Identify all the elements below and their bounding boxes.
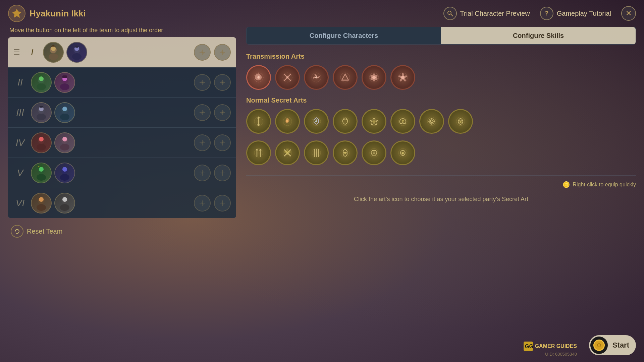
team-numeral-4: IV <box>13 137 27 148</box>
add-character-btn-2a[interactable] <box>194 74 211 91</box>
close-icon: ✕ <box>626 9 632 18</box>
svg-point-164 <box>402 153 404 154</box>
normal-skill-10[interactable] <box>275 140 300 165</box>
svg-point-125 <box>257 124 260 126</box>
character-avatar-6-2[interactable] <box>54 193 75 214</box>
add-character-btn-5b[interactable] <box>214 165 231 181</box>
svg-point-20 <box>37 83 46 90</box>
add-character-btn-3b[interactable] <box>214 104 231 121</box>
normal-skill-7[interactable] <box>419 109 444 134</box>
normal-skill-2[interactable] <box>275 109 300 134</box>
transmission-skill-3[interactable] <box>304 65 329 90</box>
transmission-skill-2[interactable] <box>275 65 300 90</box>
add-character-btn-1b[interactable] <box>214 44 231 61</box>
character-slots-5 <box>31 163 190 183</box>
character-avatar-1-2[interactable] <box>66 42 87 63</box>
svg-point-82 <box>39 197 44 202</box>
character-avatar-4-2[interactable] <box>54 132 75 153</box>
drag-handle-icon[interactable]: ☰ <box>13 48 20 57</box>
svg-point-24 <box>60 83 69 90</box>
transmission-skill-6[interactable] <box>390 65 415 90</box>
gameplay-tutorial-button[interactable]: ? Gameplay Tutorial <box>540 7 611 20</box>
instruction-text: Move the button on the left of the team … <box>8 27 236 34</box>
team-row-4: IV <box>8 128 236 158</box>
team-row-3: III <box>8 98 236 128</box>
normal-skill-12[interactable] <box>333 140 358 165</box>
normal-skill-1[interactable] <box>246 109 271 134</box>
normal-skill-8[interactable] <box>448 109 473 134</box>
svg-point-128 <box>315 120 317 122</box>
normal-skill-11[interactable] <box>304 140 329 165</box>
normal-skills-row1 <box>246 109 636 134</box>
bottom-left: Reset Team <box>8 218 236 238</box>
reset-team-label: Reset Team <box>27 228 62 235</box>
add-character-btn-5a[interactable] <box>194 165 211 181</box>
team-row-6: VI <box>8 188 236 218</box>
normal-skill-4[interactable] <box>333 109 358 134</box>
team-numeral-3: III <box>13 107 27 118</box>
bottom-hint: Click the art's icon to choose it as you… <box>246 196 636 203</box>
content-area: Move the button on the left of the team … <box>0 27 644 362</box>
add-character-btn-4b[interactable] <box>214 134 231 151</box>
normal-skill-3[interactable] <box>304 109 329 134</box>
top-bar: Hyakunin Ikki Trial Character Preview ? … <box>0 0 644 27</box>
normal-skill-13[interactable] <box>362 140 386 165</box>
normal-skill-6[interactable] <box>390 109 415 134</box>
character-avatar-5-1[interactable] <box>31 163 52 183</box>
reset-team-button[interactable]: Reset Team <box>11 225 62 238</box>
team-numeral-1: I <box>25 47 39 58</box>
character-avatar-2-2[interactable] <box>54 72 75 93</box>
team-row-active: ☰ I <box>8 37 236 67</box>
character-avatar-3-2[interactable] <box>54 102 75 123</box>
add-character-btn-1a[interactable] <box>194 44 211 61</box>
character-avatar-4-1[interactable] <box>31 132 52 153</box>
svg-point-100 <box>286 76 288 78</box>
game-icon <box>8 5 25 22</box>
svg-point-143 <box>460 121 462 123</box>
svg-point-54 <box>60 144 69 150</box>
add-buttons-5 <box>194 165 231 181</box>
add-character-btn-6b[interactable] <box>214 195 231 212</box>
transmission-skill-5[interactable] <box>362 65 386 90</box>
add-character-btn-4a[interactable] <box>194 134 211 151</box>
normal-skills-row2 <box>246 140 636 165</box>
add-buttons-3 <box>194 104 231 121</box>
add-buttons-1 <box>194 44 231 61</box>
team-numeral-2: II <box>13 77 27 88</box>
team-numeral-6: VI <box>13 198 27 208</box>
svg-point-84 <box>60 204 69 211</box>
svg-point-120 <box>401 76 405 79</box>
tab-configure-skills[interactable]: Configure Skills <box>441 27 636 44</box>
normal-skill-9[interactable] <box>246 140 271 165</box>
divider <box>246 175 636 176</box>
add-character-btn-6a[interactable] <box>194 195 211 212</box>
add-character-btn-2b[interactable] <box>214 74 231 91</box>
close-button[interactable]: ✕ <box>621 6 636 21</box>
svg-point-1 <box>448 11 451 14</box>
svg-point-113 <box>372 76 376 79</box>
team-row-5: V <box>8 158 236 188</box>
add-character-btn-3a[interactable] <box>194 104 211 121</box>
svg-point-4 <box>49 53 58 60</box>
reset-icon <box>11 225 23 238</box>
character-avatar-3-1[interactable] <box>31 102 52 123</box>
character-avatar-5-2[interactable] <box>54 163 75 183</box>
normal-skill-14[interactable] <box>390 140 415 165</box>
transmission-skill-1[interactable] <box>246 65 271 90</box>
svg-marker-68 <box>38 166 40 167</box>
svg-point-134 <box>402 120 404 122</box>
tab-configure-characters[interactable]: Configure Characters <box>247 27 441 44</box>
left-panel: Move the button on the left of the team … <box>8 27 236 355</box>
character-avatar-1-1[interactable] <box>43 42 64 63</box>
svg-point-144 <box>254 148 263 157</box>
character-avatar-2-1[interactable] <box>31 72 52 93</box>
svg-point-40 <box>60 114 69 120</box>
add-buttons-4 <box>194 134 231 151</box>
svg-rect-10 <box>75 46 78 48</box>
trial-character-preview-button[interactable]: Trial Character Preview <box>443 7 530 20</box>
svg-point-81 <box>37 204 46 211</box>
normal-skill-5[interactable] <box>362 109 386 134</box>
character-avatar-6-1[interactable] <box>31 193 52 214</box>
transmission-skill-4[interactable] <box>333 65 358 90</box>
trial-character-preview-label: Trial Character Preview <box>460 10 530 17</box>
